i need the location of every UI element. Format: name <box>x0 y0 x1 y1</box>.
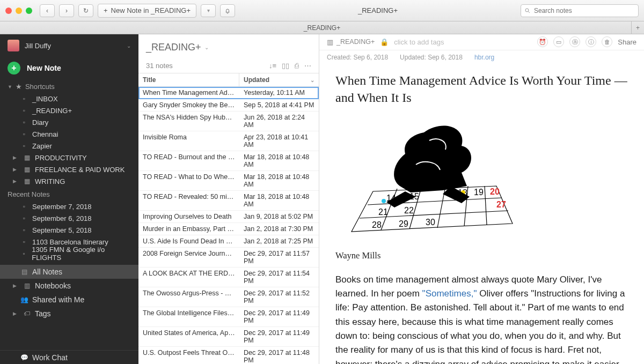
note-row[interactable]: TO READ - Revealed: 50 million…Mar 18, 2… <box>138 191 319 211</box>
note-row[interactable]: TO READ - Burnout and the BrainMar 18, 2… <box>138 151 319 171</box>
stack-icon: ▦ <box>23 166 31 173</box>
shortcut-label: Chennai <box>32 130 58 138</box>
tags-input[interactable]: click to add tags <box>394 38 444 46</box>
sync-button[interactable]: ↻ <box>78 4 93 17</box>
forward-button[interactable]: › <box>59 4 74 17</box>
shortcut-item[interactable]: ▫Zapier <box>0 140 138 152</box>
zoom-window-button[interactable] <box>26 8 32 14</box>
note-row[interactable]: TO READ - What to Do When W…Mar 18, 2018… <box>138 171 319 191</box>
active-tab[interactable]: _READING+ <box>304 24 340 32</box>
link-sometimes[interactable]: "Sometimes," <box>422 288 477 299</box>
shortcut-item[interactable]: ▶▦FREELANCE & PAID WORK <box>0 164 138 175</box>
note-row[interactable]: When Time Management Advice…Yesterday, 1… <box>138 87 319 99</box>
trash-icon[interactable]: 🗑 <box>602 36 612 47</box>
note-row-title: The NSA's Hidden Spy Hubs In E… <box>138 112 239 131</box>
shortcut-item[interactable]: ▶▦WRITING <box>0 175 138 187</box>
note-row[interactable]: The Global Intelligence Files - Re…Dec 2… <box>138 307 319 327</box>
stack-icon: ▦ <box>23 154 31 161</box>
note-meta: Created: Sep 6, 2018 Updated: Sep 6, 201… <box>319 50 644 66</box>
column-headers: Title Updated⌄ <box>138 73 319 87</box>
shortcut-item[interactable]: ▫Diary <box>0 116 138 128</box>
note-icon: ▫ <box>20 203 28 210</box>
new-note-button[interactable]: + New Note in _READING+ <box>98 4 196 18</box>
plus-circle-icon: + <box>8 62 20 75</box>
new-tab-button[interactable]: + <box>631 21 644 34</box>
shortcut-item[interactable]: ▫_INBOX <box>0 93 138 105</box>
source-link[interactable]: hbr.org <box>474 54 494 61</box>
notebook-title[interactable]: _READING+ ⌄ <box>146 42 311 53</box>
search-input[interactable] <box>534 7 635 14</box>
col-title[interactable]: Title <box>138 73 239 86</box>
note-row-updated: Jan 2, 2018 at 7:25 PM <box>239 235 319 247</box>
more-options-button[interactable]: ⋯ <box>304 62 311 70</box>
work-chat[interactable]: 💬 Work Chat <box>0 350 138 364</box>
window-toolbar: ‹ › ↻ + New Note in _READING+ ▾ _READING… <box>0 0 644 21</box>
notebooks[interactable]: ▶ ▥ Notebooks <box>0 279 138 293</box>
shortcut-item[interactable]: ▫_READING+ <box>0 105 138 116</box>
recent-note-item[interactable]: ▫September 6, 2018 <box>0 212 138 224</box>
new-note-dropdown[interactable]: ▾ <box>201 4 216 17</box>
note-body[interactable]: When Time Management Advice Is Worth You… <box>319 66 644 364</box>
recent-notes-label: Recent Notes <box>8 190 50 198</box>
all-notes[interactable]: ▤ All Notes <box>0 265 138 279</box>
window-title: _READING+ <box>239 6 516 14</box>
note-icon: ▫ <box>20 118 28 126</box>
note-row[interactable]: Invisible RomaApr 23, 2018 at 10:41 AM <box>138 131 319 151</box>
note-row[interactable]: Improving Ourselves to DeathJan 9, 2018 … <box>138 211 319 223</box>
disclosure-triangle-icon: ▶ <box>13 179 17 184</box>
note-row[interactable]: United States of America, Appell…Dec 29,… <box>138 327 319 347</box>
shared-with-me[interactable]: 👥 Shared with Me <box>0 293 138 307</box>
notes-icon: ▤ <box>20 268 28 276</box>
note-title[interactable]: When Time Management Advice Is Worth You… <box>335 72 628 107</box>
note-icon: ▫ <box>20 226 28 234</box>
present-icon[interactable]: ▭ <box>553 36 564 47</box>
reminders-button[interactable] <box>220 4 235 17</box>
svg-text:28: 28 <box>372 220 382 229</box>
shortcut-item[interactable]: ▶▦PRODUCTIVITY <box>0 152 138 164</box>
recent-note-item[interactable]: ▫1305 FMN & Google i/o FLIGHTS <box>0 248 138 259</box>
recent-note-item[interactable]: ▫September 5, 2018 <box>0 224 138 236</box>
note-row-title: The Owosso Argus-Press - Goog… <box>138 287 239 307</box>
note-row[interactable]: Murder in an Embassy, Part II - P…Jan 2,… <box>138 223 319 235</box>
reminder-icon[interactable]: ⏰ <box>537 36 548 47</box>
notebook-crumb[interactable]: ▥ _READING+ <box>327 38 375 46</box>
svg-text:22: 22 <box>404 206 414 215</box>
notebook-crumb-label: _READING+ <box>336 38 375 46</box>
col-updated[interactable]: Updated⌄ <box>239 73 319 86</box>
note-row-updated: Yesterday, 10:11 AM <box>239 87 319 99</box>
search-box[interactable] <box>521 4 639 17</box>
shortcut-item[interactable]: ▫Chennai <box>0 128 138 140</box>
note-row[interactable]: U.S. Outpost Feels Threat Of Bu…Dec 29, … <box>138 347 319 364</box>
traffic-lights <box>5 8 32 14</box>
back-button[interactable]: ‹ <box>40 4 55 17</box>
sidebar-new-note[interactable]: + New Note <box>0 57 138 79</box>
info-icon[interactable]: ⓘ <box>586 36 596 47</box>
filter-button[interactable]: ⎙ <box>295 62 299 70</box>
svg-text:21: 21 <box>378 207 388 217</box>
work-chat-label: Work Chat <box>32 353 68 362</box>
svg-text:19: 19 <box>474 188 484 197</box>
sort-button[interactable]: ↓≡ <box>269 62 276 70</box>
minimize-window-button[interactable] <box>16 8 22 14</box>
note-row[interactable]: The Owosso Argus-Press - Goog…Dec 29, 20… <box>138 287 319 307</box>
close-window-button[interactable] <box>5 8 12 14</box>
note-row[interactable]: Gary Snyder Smokey the Bear S…Sep 5, 201… <box>138 99 319 112</box>
chevron-down-icon: ⌄ <box>127 43 131 49</box>
shortcut-label: _INBOX <box>32 95 58 103</box>
shortcuts-header[interactable]: ▼ ★ Shortcuts <box>0 79 138 93</box>
recent-label: 1103 Barcelona Itinerary <box>32 238 108 246</box>
note-row[interactable]: 2008 Foreign Service Journal - E…Dec 29,… <box>138 248 319 268</box>
shortcut-label: Diary <box>32 118 48 127</box>
annotate-icon[interactable]: ⓐ <box>569 36 580 47</box>
note-row[interactable]: The NSA's Hidden Spy Hubs In E…Jun 26, 2… <box>138 112 319 131</box>
share-button[interactable]: Share <box>618 38 636 46</box>
view-toggle-button[interactable]: ▯▯ <box>282 62 289 70</box>
note-rows[interactable]: When Time Management Advice…Yesterday, 1… <box>138 87 319 364</box>
tags-label: Tags <box>35 309 51 318</box>
note-row[interactable]: A LOOK BACK AT THE ERDOS…Dec 29, 2017 at… <box>138 268 319 287</box>
account-menu[interactable]: Jill Duffy ⌄ <box>0 34 138 57</box>
tags[interactable]: ▶ 🏷 Tags <box>0 307 138 321</box>
recent-note-item[interactable]: ▫September 7, 2018 <box>0 200 138 212</box>
note-row[interactable]: U.S. Aide Is Found Dead In Emb…Jan 2, 20… <box>138 235 319 248</box>
notebook-title-label: _READING+ <box>146 42 201 53</box>
